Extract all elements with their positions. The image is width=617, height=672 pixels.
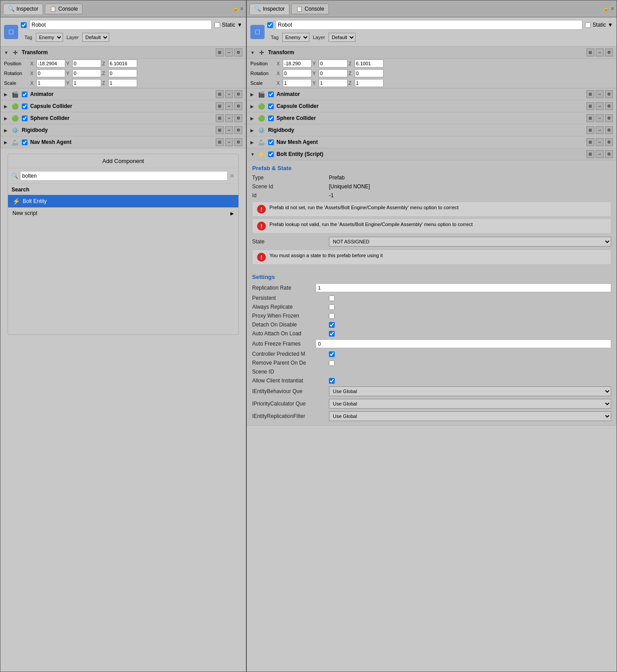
rigidbody-btn1[interactable]: ⊞ xyxy=(216,126,224,134)
bolt-btn1[interactable]: ⊞ xyxy=(586,150,594,158)
position-z-input[interactable] xyxy=(108,60,137,68)
navmesh-btn3[interactable]: ⚙ xyxy=(234,138,242,146)
transform-btn-2[interactable]: ↔ xyxy=(225,48,233,56)
rotation-y-input[interactable] xyxy=(72,69,101,77)
right-transform-header[interactable]: ▼ ✛ Transform ⊞ ↔ ⚙ xyxy=(247,47,617,59)
right-sphere-checkbox[interactable] xyxy=(268,115,274,121)
right-animator-checkbox[interactable] xyxy=(268,91,274,97)
bolt-entity-checkbox[interactable] xyxy=(268,151,274,157)
right-animator-btn2[interactable]: ↔ xyxy=(596,90,604,98)
entity-replication-dropdown[interactable]: Use Global xyxy=(329,411,611,421)
right-rigidbody-row[interactable]: ▶ ⚙️ Rigidbody ⊞↔⚙ xyxy=(247,124,617,136)
left-tab-console[interactable]: 📋 Console xyxy=(45,4,83,14)
right-animator-btn1[interactable]: ⊞ xyxy=(586,90,594,98)
right-object-active-checkbox[interactable] xyxy=(267,22,273,28)
new-script-result[interactable]: New script ▶ xyxy=(8,207,238,219)
navmesh-checkbox[interactable] xyxy=(22,139,28,145)
right-rigidbody-btn2[interactable]: ↔ xyxy=(596,126,604,134)
capsule-btn1[interactable]: ⊞ xyxy=(216,102,224,110)
right-capsule-btn3[interactable]: ⚙ xyxy=(605,102,613,110)
rotation-z-input[interactable] xyxy=(108,69,137,77)
left-sphere-row[interactable]: ▶ 🟢 Sphere Collider ⊞↔⚙ xyxy=(0,112,246,124)
left-animator-row[interactable]: ▶ 🎬 Animator ⊞↔⚙ xyxy=(0,88,246,100)
scale-x-input[interactable] xyxy=(36,79,65,87)
right-navmesh-row[interactable]: ▶ 🦾 Nav Mesh Agent ⊞↔⚙ xyxy=(247,136,617,148)
transform-btn-3[interactable]: ⚙ xyxy=(234,48,242,56)
right-tab-inspector[interactable]: 🔍 Inspector xyxy=(249,4,289,14)
bolt-entity-header[interactable]: ▼ ⚡ Bolt Entity (Script) ⊞↔⚙ xyxy=(247,148,617,160)
object-name-input[interactable] xyxy=(29,20,212,30)
navmesh-btn1[interactable]: ⊞ xyxy=(216,138,224,146)
capsule-btn3[interactable]: ⚙ xyxy=(234,102,242,110)
capsule-checkbox[interactable] xyxy=(22,103,28,109)
right-sphere-btn3[interactable]: ⚙ xyxy=(605,114,613,122)
right-transform-btn2[interactable]: ↔ xyxy=(596,48,604,56)
layer-select[interactable]: Default xyxy=(82,33,109,42)
auto-freeze-input[interactable] xyxy=(316,339,611,348)
scale-y-input[interactable] xyxy=(72,79,101,87)
auto-attach-checkbox[interactable] xyxy=(329,331,335,337)
right-layer-select[interactable]: Default xyxy=(328,33,356,42)
right-rigidbody-btn3[interactable]: ⚙ xyxy=(605,126,613,134)
right-rigidbody-btn1[interactable]: ⊞ xyxy=(586,126,594,134)
right-transform-btn3[interactable]: ⚙ xyxy=(605,48,613,56)
right-object-name-input[interactable] xyxy=(276,20,582,30)
animator-btn2[interactable]: ↔ xyxy=(225,90,233,98)
tag-select[interactable]: Enemy xyxy=(36,33,63,42)
right-sphere-row[interactable]: ▶ 🟢 Sphere Collider ⊞↔⚙ xyxy=(247,112,617,124)
controller-predicted-checkbox[interactable] xyxy=(329,351,335,357)
bolt-btn2[interactable]: ↔ xyxy=(596,150,604,158)
right-capsule-btn2[interactable]: ↔ xyxy=(596,102,604,110)
sphere-checkbox[interactable] xyxy=(22,115,28,121)
right-position-y-input[interactable] xyxy=(319,60,348,68)
right-rotation-y-input[interactable] xyxy=(319,69,348,77)
right-navmesh-btn3[interactable]: ⚙ xyxy=(605,138,613,146)
right-position-x-input[interactable] xyxy=(283,60,312,68)
priority-calc-dropdown[interactable]: Use Global xyxy=(329,399,611,409)
sphere-btn2[interactable]: ↔ xyxy=(225,114,233,122)
right-navmesh-btn2[interactable]: ↔ xyxy=(596,138,604,146)
state-dropdown[interactable]: NOT ASSIGNED xyxy=(329,237,611,247)
rigidbody-btn2[interactable]: ↔ xyxy=(225,126,233,134)
right-scale-y-input[interactable] xyxy=(319,79,348,87)
entity-behaviour-dropdown[interactable]: Use Global xyxy=(329,386,611,396)
right-tag-select[interactable]: Enemy xyxy=(282,33,309,42)
left-rigidbody-row[interactable]: ▶ ⚙️ Rigidbody ⊞↔⚙ xyxy=(0,124,246,136)
sphere-btn3[interactable]: ⚙ xyxy=(234,114,242,122)
right-lock-icon[interactable]: 🔒 xyxy=(603,6,609,12)
always-replicate-checkbox[interactable] xyxy=(329,304,335,310)
left-capsule-row[interactable]: ▶ 🟢 Capsule Collider ⊞↔⚙ xyxy=(0,100,246,112)
right-sphere-btn2[interactable]: ↔ xyxy=(596,114,604,122)
right-capsule-checkbox[interactable] xyxy=(268,103,274,109)
right-navmesh-btn1[interactable]: ⊞ xyxy=(586,138,594,146)
right-capsule-btn1[interactable]: ⊞ xyxy=(586,102,594,110)
rigidbody-btn3[interactable]: ⚙ xyxy=(234,126,242,134)
right-static-dropdown-icon[interactable]: ▼ xyxy=(608,22,613,28)
remove-parent-checkbox[interactable] xyxy=(329,360,335,366)
right-animator-row[interactable]: ▶ 🎬 Animator ⊞↔⚙ xyxy=(247,88,617,100)
search-clear-icon[interactable]: ✕ xyxy=(229,172,235,179)
capsule-btn2[interactable]: ↔ xyxy=(225,102,233,110)
bolt-entity-result[interactable]: ⚡ Bolt Entity xyxy=(8,195,238,207)
search-input[interactable] xyxy=(20,171,228,181)
rotation-x-input[interactable] xyxy=(36,69,65,77)
right-capsule-row[interactable]: ▶ 🟢 Capsule Collider ⊞↔⚙ xyxy=(247,100,617,112)
static-dropdown-icon[interactable]: ▼ xyxy=(237,22,242,28)
position-y-input[interactable] xyxy=(72,60,101,68)
navmesh-btn2[interactable]: ↔ xyxy=(225,138,233,146)
detach-disable-checkbox[interactable] xyxy=(329,322,335,328)
persistent-checkbox[interactable] xyxy=(329,295,335,301)
transform-btn-1[interactable]: ⊞ xyxy=(216,48,224,56)
position-x-input[interactable] xyxy=(36,60,65,68)
right-rotation-x-input[interactable] xyxy=(283,69,312,77)
static-checkbox[interactable] xyxy=(214,22,220,28)
animator-checkbox[interactable] xyxy=(22,91,28,97)
right-transform-btn1[interactable]: ⊞ xyxy=(586,48,594,56)
left-transform-header[interactable]: ▼ ✛ Transform ⊞ ↔ ⚙ xyxy=(0,47,246,59)
right-navmesh-checkbox[interactable] xyxy=(268,139,274,145)
right-scale-z-input[interactable] xyxy=(355,79,384,87)
right-animator-btn3[interactable]: ⚙ xyxy=(605,90,613,98)
lock-icon[interactable]: 🔒 xyxy=(233,6,239,12)
animator-btn3[interactable]: ⚙ xyxy=(234,90,242,98)
right-static-checkbox[interactable] xyxy=(585,22,591,28)
